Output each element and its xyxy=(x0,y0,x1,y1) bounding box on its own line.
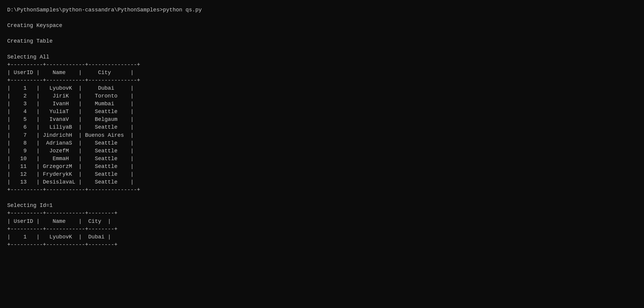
command-line: D:\PythonSamples\python-cassandra\Python… xyxy=(7,7,202,13)
selecting-id1-label: Selecting Id=1 xyxy=(7,202,53,208)
terminal-output: D:\PythonSamples\python-cassandra\Python… xyxy=(7,6,637,249)
creating-table: Creating Table xyxy=(7,38,53,44)
creating-keyspace: Creating Keyspace xyxy=(7,22,62,28)
selecting-all-label: Selecting All xyxy=(7,54,49,60)
